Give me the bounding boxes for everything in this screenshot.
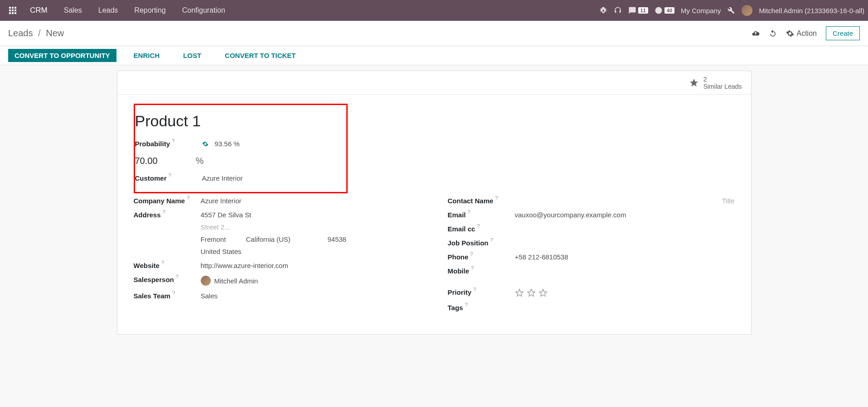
messaging-count: 11 (638, 7, 648, 14)
tags-label: Tags (448, 304, 463, 311)
convert-ticket-button[interactable]: CONVERT TO TICKET (218, 49, 302, 62)
customer-field[interactable]: Azure Interior (202, 174, 243, 182)
help-icon[interactable]: ? (163, 209, 165, 215)
form-sheet: 2 Similar Leads Product 1 Probability ? … (117, 71, 752, 335)
breadcrumb-sep: / (38, 28, 41, 38)
action-label: Action (797, 29, 817, 38)
website-label: Website (134, 262, 160, 269)
street-field[interactable]: 4557 De Silva St (201, 211, 355, 219)
help-icon[interactable]: ? (169, 172, 171, 178)
priority-star-2[interactable] (527, 288, 536, 297)
email-field[interactable]: vauxoo@yourcompany.example.com (515, 211, 626, 219)
highlighted-region: Product 1 Probability ? 93.56 % % (134, 104, 348, 193)
emailcc-label: Email cc (448, 225, 475, 233)
help-icon[interactable]: ? (473, 287, 476, 292)
help-icon[interactable]: ? (471, 265, 474, 271)
address-label: Address (134, 211, 161, 219)
lost-button[interactable]: LOST (177, 49, 208, 62)
auto-probability-value: 93.56 % (215, 140, 240, 148)
messaging-button[interactable]: 11 (628, 6, 648, 14)
chat-icon (628, 6, 636, 14)
help-icon[interactable]: ? (176, 274, 179, 279)
company-name-field[interactable]: Azure Interior (201, 197, 242, 205)
top-navbar: CRM Sales Leads Reporting Configuration … (0, 0, 868, 21)
similar-label: Similar Leads (703, 83, 742, 90)
probability-input[interactable] (135, 154, 171, 168)
breadcrumb-root[interactable]: Leads (8, 28, 33, 38)
priority-star-3[interactable] (538, 288, 548, 297)
clock-icon (655, 6, 663, 14)
phone-field[interactable]: +58 212-6810538 (515, 253, 568, 261)
nav-leads[interactable]: Leads (90, 2, 126, 19)
zip-field[interactable]: 94538 (328, 235, 355, 243)
lead-title[interactable]: Product 1 (135, 112, 341, 130)
nav-configuration[interactable]: Configuration (174, 2, 233, 19)
help-icon[interactable]: ? (477, 223, 480, 229)
cloud-upload-icon[interactable] (752, 29, 760, 38)
website-field[interactable]: http://www.azure-interior.com (201, 262, 288, 269)
create-button[interactable]: Create (826, 26, 860, 40)
user-menu[interactable]: Mitchell Admin (21333693-16-0-all) (759, 7, 864, 14)
salesperson-field[interactable]: Mitchell Admin (214, 277, 258, 285)
bug-icon[interactable] (599, 6, 607, 14)
form-scroll-area: 2 Similar Leads Product 1 Probability ? … (0, 65, 868, 407)
priority-star-1[interactable] (515, 288, 524, 297)
support-icon[interactable] (614, 6, 622, 14)
gear-icon (786, 29, 794, 38)
activities-count: 40 (664, 7, 674, 14)
nav-sales[interactable]: Sales (56, 2, 90, 19)
company-name-label: Company Name (134, 197, 185, 205)
help-icon[interactable]: ? (495, 195, 498, 201)
company-switcher[interactable]: My Company (681, 7, 721, 14)
country-field[interactable]: United States (201, 248, 355, 255)
salesperson-label: Salesperson (134, 276, 174, 283)
help-icon[interactable]: ? (172, 290, 175, 296)
customer-label: Customer (135, 174, 167, 182)
breadcrumb: Leads / New (8, 28, 64, 38)
action-menu-button[interactable]: Action (786, 29, 817, 38)
similar-leads-button[interactable]: 2 Similar Leads (689, 76, 742, 90)
breadcrumb-current: New (46, 28, 64, 38)
phone-label: Phone (448, 253, 469, 261)
apps-menu-icon[interactable] (4, 3, 22, 18)
similar-count: 2 (703, 76, 742, 83)
salesteam-field[interactable]: Sales (201, 292, 218, 300)
priority-stars (515, 288, 548, 297)
contact-name-label: Contact Name (448, 197, 494, 205)
avatar (742, 5, 752, 16)
app-brand[interactable]: CRM (22, 1, 56, 19)
help-icon[interactable]: ? (468, 209, 470, 215)
discard-icon[interactable] (769, 29, 777, 38)
city-field[interactable]: Fremont (201, 235, 228, 243)
tools-icon[interactable] (727, 6, 735, 14)
priority-label: Priority (448, 288, 472, 296)
help-icon[interactable]: ? (161, 260, 164, 265)
salesperson-avatar (201, 276, 211, 286)
enrich-button[interactable]: ENRICH (127, 49, 166, 62)
state-field[interactable]: California (US) (246, 235, 310, 243)
jobposition-label: Job Position (448, 239, 489, 247)
control-bar: Leads / New Action Create (0, 21, 868, 46)
help-icon[interactable]: ? (172, 138, 175, 144)
percent-sign: % (196, 156, 204, 166)
email-label: Email (448, 211, 466, 219)
help-icon[interactable]: ? (187, 195, 189, 201)
status-bar: CONVERT TO OPPORTUNITY ENRICH LOST CONVE… (0, 46, 868, 65)
star-icon (689, 78, 699, 88)
auto-probability-icon[interactable] (202, 141, 209, 147)
help-icon[interactable]: ? (490, 237, 493, 243)
help-icon[interactable]: ? (470, 251, 473, 257)
street2-field[interactable]: Street 2... (201, 223, 355, 231)
title-field[interactable]: Title (722, 197, 735, 205)
mobile-label: Mobile (448, 267, 470, 275)
help-icon[interactable]: ? (465, 302, 467, 307)
probability-label: Probability (135, 140, 170, 148)
convert-opportunity-button[interactable]: CONVERT TO OPPORTUNITY (8, 49, 116, 62)
salesteam-label: Sales Team (134, 292, 170, 300)
nav-reporting[interactable]: Reporting (126, 2, 174, 19)
activities-button[interactable]: 40 (655, 6, 674, 14)
